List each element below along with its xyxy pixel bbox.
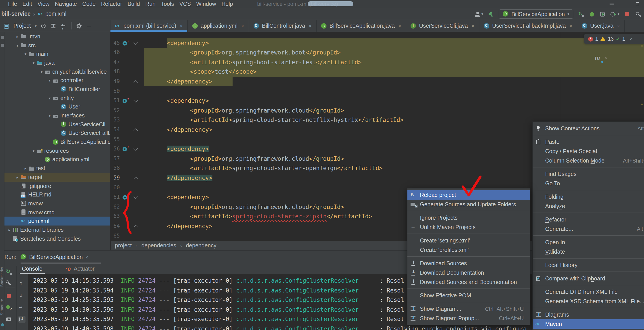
tree-item-application-yml[interactable]: application.yml: [0, 155, 110, 164]
maven-item-download-sources-and-documentation[interactable]: Download Sources and Documentation: [408, 277, 530, 287]
menu-item-generate-dtd-from-xml-file[interactable]: Generate DTD from XML File: [533, 287, 644, 297]
tree-item-resources[interactable]: resources: [0, 147, 110, 155]
menu-item-show-context-actions[interactable]: Show Context ActionsAlt+Enter: [533, 124, 644, 133]
menu-item-refactor[interactable]: Refactor: [533, 215, 644, 224]
menu-view[interactable]: View: [37, 1, 50, 7]
maven-dependency-gutter-icon[interactable]: [122, 147, 128, 152]
tree-item-user[interactable]: User: [0, 103, 110, 111]
stripe-tool-icon[interactable]: [1, 36, 4, 39]
tree-item-help-md[interactable]: HELP.md: [0, 190, 110, 199]
run-button[interactable]: [578, 11, 584, 17]
maven-item-download-documentation[interactable]: Download Documentation: [408, 268, 530, 277]
user-menu-button[interactable]: ▾: [475, 11, 483, 17]
tree-item-userservicefallbackimpl[interactable]: UserServiceFallbackImpl: [0, 129, 110, 138]
maven-item-show-effective-pom[interactable]: Show Effective POM: [408, 291, 530, 300]
menu-item-column-selection-mode[interactable]: Column Selection ModeAlt+Shift+Insert: [533, 156, 644, 165]
tree-chevron[interactable]: [14, 175, 20, 179]
tab-pom-xml-bill-service[interactable]: pom.xml (bill-service)×: [110, 20, 188, 32]
menu-tools[interactable]: Tools: [161, 1, 174, 7]
maven-item-ignore-projects[interactable]: Ignore Projects: [408, 213, 530, 222]
stripe-label-structure[interactable]: Structure: [0, 295, 4, 320]
minimize-window-button[interactable]: [609, 0, 622, 7]
tree-item-userservicecli[interactable]: UserServiceCli: [0, 120, 110, 129]
close-icon[interactable]: ×: [308, 23, 312, 28]
menu-window[interactable]: Window: [196, 1, 216, 7]
stripe-tool-icon[interactable]: [1, 44, 4, 47]
tree-item-mvnw-cmd[interactable]: mvnw.cmd: [0, 208, 110, 217]
expand-all-button[interactable]: [50, 23, 56, 29]
tree-item-test[interactable]: test: [0, 164, 110, 173]
tree-chevron[interactable]: [38, 69, 45, 74]
load-maven-changes-button[interactable]: m ×: [595, 54, 607, 61]
warning-stripe-mark[interactable]: [641, 104, 643, 105]
attach-debugger-button[interactable]: [6, 304, 13, 311]
menu-item-compare-with-clipboard[interactable]: Compare with Clipboard: [533, 274, 644, 283]
close-icon[interactable]: ×: [398, 23, 401, 28]
maven-item-create-settings-xml[interactable]: Create 'settings.xml': [408, 236, 530, 245]
tree-chevron[interactable]: [6, 228, 12, 232]
tree-item-java[interactable]: java: [0, 58, 110, 67]
menu-item-validate[interactable]: Validate: [533, 247, 644, 256]
tree-chevron[interactable]: [46, 113, 53, 118]
tree-item-entity[interactable]: entity: [0, 94, 110, 103]
maven-dependency-gutter-icon[interactable]: [122, 98, 128, 104]
menu-item-create-gist[interactable]: Create Gist...: [533, 329, 644, 330]
maven-item-reload-project[interactable]: Reload project: [408, 190, 530, 200]
warning-stripe-mark[interactable]: [641, 45, 643, 46]
tab-billcontroller-java[interactable]: BillController.java×: [249, 20, 316, 32]
fold-marker-icon[interactable]: [134, 177, 138, 181]
run-configuration-selector[interactable]: BillServiceApplication ▾: [499, 9, 573, 19]
tree-chevron[interactable]: [14, 34, 20, 39]
tree-item-cn-yuchaoit-billservice[interactable]: cn.yuchaoit.billservice: [0, 67, 110, 76]
tree-chevron[interactable]: [46, 78, 53, 83]
maven-item-create-profiles-xml[interactable]: Create 'profiles.xml': [408, 245, 530, 255]
menu-edit[interactable]: Edit: [22, 1, 32, 7]
tree-chevron[interactable]: [14, 43, 20, 48]
breadcrumb-item-bill-service[interactable]: bill-service: [1, 11, 31, 17]
menu-build[interactable]: Build: [128, 1, 140, 7]
maven-item-download-sources[interactable]: Download Sources: [408, 259, 530, 268]
fold-marker-icon[interactable]: [134, 128, 138, 133]
tab-billserviceapplication-java[interactable]: BillServiceApplication.java×: [316, 20, 406, 32]
scroll-to-end-button[interactable]: [18, 316, 26, 323]
gear-icon[interactable]: [76, 23, 82, 29]
menu-item-folding[interactable]: Folding: [533, 192, 644, 201]
tree-item-gitignore[interactable]: .gitignore: [0, 181, 110, 190]
tree-chevron[interactable]: [30, 61, 37, 65]
menu-item-local-history[interactable]: Local History: [533, 260, 644, 270]
menu-item-generate-xsd-schema-from-xml-file[interactable]: Generate XSD Schema from XML File...: [533, 297, 644, 306]
maven-item-generate-sources-and-update-folders[interactable]: Generate Sources and Update Folders: [408, 200, 530, 209]
tree-item-pom-xml[interactable]: pom.xml: [0, 217, 110, 225]
search-everywhere-button[interactable]: [635, 11, 641, 17]
tab-user-java[interactable]: User.java×: [577, 20, 625, 32]
menu-run[interactable]: Run: [145, 1, 156, 7]
tree-chevron[interactable]: [22, 166, 28, 170]
tree-item-src[interactable]: src: [0, 41, 110, 50]
xml-breadcrumb-project[interactable]: project: [115, 242, 132, 249]
tab-application-yml[interactable]: application.yml×: [188, 20, 249, 32]
tree-chevron[interactable]: [46, 96, 53, 100]
build-hammer-button[interactable]: [488, 11, 494, 17]
fold-marker-icon[interactable]: [134, 98, 138, 103]
menu-item-copy-paste-special[interactable]: Copy / Paste Special: [533, 147, 644, 156]
restore-window-button[interactable]: [635, 0, 644, 7]
menu-refactor[interactable]: Refactor: [101, 1, 122, 7]
tree-item-mvnw[interactable]: mvnw: [0, 199, 110, 208]
chevron-down-icon[interactable]: ▾: [35, 24, 37, 28]
menu-help[interactable]: Help: [222, 1, 233, 7]
xml-breadcrumb-dependencies[interactable]: dependencies: [141, 242, 176, 249]
close-icon[interactable]: ×: [604, 55, 607, 60]
hide-panel-button[interactable]: [86, 23, 92, 29]
settings-wrench-button[interactable]: [6, 280, 13, 287]
collapse-all-button[interactable]: [60, 23, 66, 29]
close-icon[interactable]: ×: [241, 23, 244, 28]
fold-marker-icon[interactable]: [134, 80, 138, 85]
tree-item-billserviceapplication[interactable]: BillServiceApplication: [0, 138, 110, 147]
menu-item-diagrams[interactable]: Diagrams: [533, 310, 644, 319]
menu-item-generate[interactable]: Generate...Alt+Insert: [533, 224, 644, 234]
menu-navigate[interactable]: Navigate: [55, 1, 77, 7]
tab-userservicecli-java[interactable]: UserServiceCli.java×: [406, 20, 479, 32]
floating-scrollbar-pill[interactable]: [308, 1, 353, 6]
menu-item-paste[interactable]: Paste: [533, 137, 644, 147]
close-icon[interactable]: ×: [86, 254, 88, 260]
